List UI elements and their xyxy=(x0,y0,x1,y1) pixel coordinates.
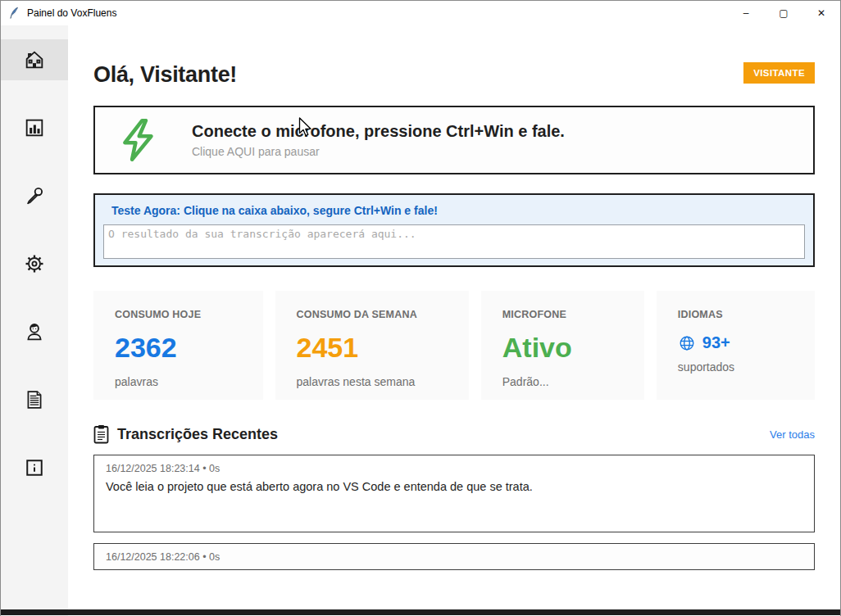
recent-transcriptions-header: Transcrições Recentes Ver todas xyxy=(93,424,815,444)
banner-title: Conecte o microfone, pressione Ctrl+Win … xyxy=(192,122,565,141)
status-banner[interactable]: Conecte o microfone, pressione Ctrl+Win … xyxy=(93,106,815,174)
stat-label: CONSUMO DA SEMANA xyxy=(297,309,448,320)
gear-icon xyxy=(23,252,46,275)
close-button[interactable]: ✕ xyxy=(802,1,840,25)
taskbar-edge xyxy=(1,609,840,615)
sidebar-item-stats[interactable] xyxy=(1,107,68,148)
globe-icon xyxy=(678,334,696,352)
entry-timestamp: 16/12/2025 18:23:14 • 0s xyxy=(106,463,802,474)
banner-subtitle[interactable]: Clique AQUI para pausar xyxy=(192,145,565,158)
stat-label: MICROFONE xyxy=(502,309,623,320)
microphone-icon xyxy=(23,184,46,207)
stat-value: 2451 xyxy=(297,332,448,364)
entry-text: Você leia o projeto que está aberto agor… xyxy=(106,480,802,493)
title-bar: Painel do VoxFluens – ▢ ✕ xyxy=(1,1,840,25)
lightning-icon xyxy=(116,116,159,164)
view-all-link[interactable]: Ver todas xyxy=(770,428,815,441)
window-controls: – ▢ ✕ xyxy=(727,1,840,25)
minimize-button[interactable]: – xyxy=(727,1,765,25)
document-icon xyxy=(23,388,46,411)
section-title: Transcrições Recentes xyxy=(117,426,770,443)
maximize-button[interactable]: ▢ xyxy=(765,1,802,25)
stat-card-microfone: MICROFONE Ativo Padrão... xyxy=(481,291,644,400)
stat-caption: palavras xyxy=(115,375,242,388)
test-now-label: Teste Agora: Clique na caixa abaixo, seg… xyxy=(111,204,805,217)
transcription-entry[interactable]: 16/12/2025 18:23:14 • 0s Você leia o pro… xyxy=(93,455,815,532)
stat-caption: Padrão... xyxy=(502,375,623,388)
stat-caption: suportados xyxy=(678,360,793,374)
person-icon xyxy=(23,320,46,343)
test-now-panel: Teste Agora: Clique na caixa abaixo, seg… xyxy=(93,193,815,267)
transcription-test-input[interactable] xyxy=(103,224,805,259)
sidebar-item-about[interactable] xyxy=(1,447,68,488)
bar-chart-icon xyxy=(23,116,46,139)
clipboard-icon xyxy=(93,424,109,444)
stat-card-consumo-hoje: CONSUMO HOJE 2362 palavras xyxy=(93,291,263,400)
stat-card-idiomas: IDIOMAS 93+ suportados xyxy=(657,291,815,400)
stat-card-consumo-semana: CONSUMO DA SEMANA 2451 palavras nesta se… xyxy=(275,291,469,400)
user-role-badge: VISITANTE xyxy=(743,62,815,84)
stats-row: CONSUMO HOJE 2362 palavras CONSUMO DA SE… xyxy=(93,291,815,400)
main-content: Olá, Visitante! VISITANTE Conecte o micr… xyxy=(68,25,840,616)
stat-value: 93+ xyxy=(702,333,730,352)
feather-app-icon xyxy=(7,7,20,20)
transcription-entry[interactable]: 16/12/2025 18:22:06 • 0s xyxy=(93,543,815,570)
stat-value: Ativo xyxy=(502,332,623,364)
sidebar-item-settings[interactable] xyxy=(1,243,68,284)
stat-label: CONSUMO HOJE xyxy=(115,309,242,320)
sidebar-item-microphone[interactable] xyxy=(1,175,68,216)
entry-timestamp: 16/12/2025 18:22:06 • 0s xyxy=(106,551,220,563)
sidebar-item-home[interactable] xyxy=(1,39,68,80)
sidebar-item-account[interactable] xyxy=(1,311,68,352)
window-title: Painel do VoxFluens xyxy=(27,7,727,19)
home-icon xyxy=(23,48,46,71)
mouse-cursor-icon xyxy=(298,117,312,138)
app-window: Painel do VoxFluens – ▢ ✕ xyxy=(0,0,841,616)
stat-label: IDIOMAS xyxy=(678,309,793,320)
page-title: Olá, Visitante! xyxy=(93,62,237,88)
stat-caption: palavras nesta semana xyxy=(297,375,448,388)
info-icon xyxy=(23,456,46,479)
sidebar xyxy=(1,25,68,616)
sidebar-item-transcripts[interactable] xyxy=(1,379,68,420)
stat-value: 2362 xyxy=(115,332,242,364)
